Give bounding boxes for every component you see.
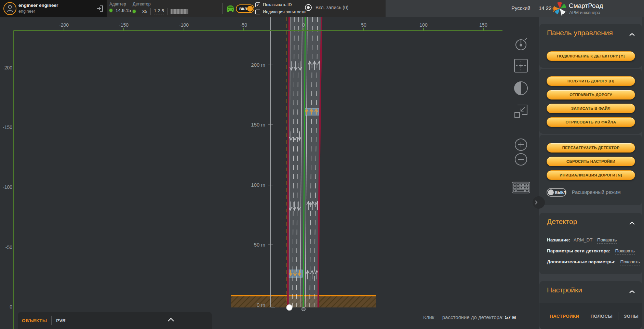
svg-text:-100: -100: [3, 184, 12, 190]
fit-view-icon: [515, 105, 527, 117]
panel-scrollbar[interactable]: [642, 17, 644, 329]
tab-lanes[interactable]: ПОЛОСЫ: [591, 314, 613, 319]
language-selector[interactable]: Русский: [511, 5, 531, 11]
svg-text:200 m: 200 m: [251, 62, 265, 68]
svg-text:-150: -150: [119, 22, 129, 28]
detector-extra-label: Дополнительные параметры:: [547, 259, 616, 264]
logout-icon: [96, 5, 104, 12]
advanced-mode-toggle[interactable]: ВЫКЛ: [547, 188, 566, 197]
zoom-in-button[interactable]: [511, 138, 531, 151]
objects-item-pvr[interactable]: PVR: [56, 318, 66, 323]
show-net-link[interactable]: Показать: [615, 248, 634, 254]
show-extra-link[interactable]: Показать: [620, 259, 640, 265]
logout-button[interactable]: [96, 5, 104, 14]
objects-tab[interactable]: ОБЪЕКТЫ: [22, 318, 47, 323]
show-name-link[interactable]: Показать: [597, 237, 617, 244]
detector-net-label: Параметры сети детектора:: [547, 248, 611, 253]
keyboard-tool-button[interactable]: [511, 181, 531, 194]
power-toggle-knob: [247, 6, 253, 12]
power-toggle-label: ВКЛ: [239, 7, 247, 11]
svg-text:-200: -200: [3, 65, 12, 70]
divider: [139, 8, 139, 15]
detector-version[interactable]: 1.2.5: [154, 8, 164, 14]
maintenance-card: ПЕРЕЗАГРУЗИТЬ ДЕТЕКТОР СБРОСИТЬ НАСТРОЙК…: [539, 135, 642, 205]
detector-number: 35: [142, 9, 147, 14]
car-icon: [226, 4, 235, 13]
user-role: engineer: [18, 9, 35, 14]
show-id-checkbox[interactable]: ✓: [255, 2, 260, 7]
show-id-label: Показывать ID: [263, 2, 292, 7]
divider: [150, 8, 151, 15]
send-road-button[interactable]: ОТПРАВИТЬ ДОРОГУ: [547, 90, 635, 100]
brand-subtitle: АРМ инженера: [569, 10, 600, 15]
grid-tool-button[interactable]: [511, 58, 531, 73]
svg-text:-100: -100: [179, 22, 189, 28]
record-icon[interactable]: [305, 4, 312, 11]
panel-collapse-button[interactable]: [533, 196, 545, 209]
fit-view-tool-button[interactable]: [511, 104, 531, 119]
detector-label: Детектор: [133, 2, 151, 6]
adapter-status-dot: [109, 9, 112, 12]
chevron-up-icon: [629, 33, 635, 36]
control-panel-collapse[interactable]: [629, 31, 635, 38]
divider: [167, 8, 167, 15]
avatar[interactable]: [3, 2, 16, 15]
occupancy-checkbox[interactable]: [255, 10, 260, 14]
occupancy-option[interactable]: Индикация занятости: [255, 10, 306, 14]
detector-card-title: Детектор: [547, 218, 577, 226]
reset-settings-button[interactable]: СБРОСИТЬ НАСТРОЙКИ: [547, 157, 635, 166]
control-panel-card: Панель управления ПОДКЛЮЧЕНИЕ К ДЕТЕКТОР…: [539, 24, 642, 68]
init-road-button[interactable]: ИНИЦИАЛИЗАЦИЯ ДОРОГИ [N]: [547, 170, 635, 180]
draw-from-file-button[interactable]: ОТРИСОВАТЬ ИЗ ФАЙЛА: [547, 117, 635, 127]
zoom-in-icon: [515, 139, 527, 150]
chevron-up-icon: [629, 290, 635, 293]
tab-zones[interactable]: ЗОНЫ: [624, 314, 639, 319]
svg-text:-200: -200: [59, 22, 69, 28]
detector-net-row: Параметры сети детектора: Показать: [547, 248, 635, 253]
user-name: engineer engineer: [18, 3, 58, 8]
power-toggle[interactable]: ВКЛ: [236, 4, 254, 13]
detector-card-collapse[interactable]: [629, 220, 635, 226]
svg-text:150 m: 150 m: [251, 122, 265, 128]
chevron-up-icon: [629, 222, 635, 225]
detector-status-dot: [133, 10, 136, 13]
zoom-out-icon: [515, 154, 527, 165]
objects-collapse-button[interactable]: [167, 317, 174, 323]
objects-bar[interactable]: ОБЪЕКТЫ PVR: [18, 312, 212, 329]
user-icon: [6, 4, 14, 13]
svg-text:0: 0: [10, 304, 12, 310]
stopwatch-icon: [516, 38, 527, 50]
zoom-out-button[interactable]: [511, 153, 531, 166]
record-control[interactable]: Вкл. запись (0): [305, 4, 348, 11]
tab-settings[interactable]: НАСТРОЙКИ: [550, 314, 579, 319]
svg-text:0 m: 0 m: [257, 302, 265, 308]
status-hint: Клик — расстояние до детектора:57 м: [423, 314, 516, 320]
center-handle[interactable]: [302, 307, 305, 311]
brand-name: СмартРоад: [569, 2, 603, 10]
road-ops-card: ПОЛУЧИТЬ ДОРОГУ [H] ОТПРАВИТЬ ДОРОГУ ЗАП…: [539, 69, 642, 134]
settings-collapse[interactable]: [629, 289, 635, 295]
divider: [618, 312, 618, 320]
svg-text:100: 100: [419, 22, 428, 28]
get-road-button[interactable]: ПОЛУЧИТЬ ДОРОГУ [H]: [547, 76, 635, 86]
contrast-tool-button[interactable]: [511, 81, 531, 95]
svg-text:100 m: 100 m: [251, 182, 265, 188]
control-panel-title: Панель управления: [547, 29, 613, 37]
reload-detector-button[interactable]: ПЕРЕЗАГРУЗИТЬ ДЕТЕКТОР: [547, 143, 635, 153]
svg-text:50: 50: [361, 22, 366, 28]
brand-logo: [552, 1, 567, 17]
svg-text:-50: -50: [5, 245, 12, 250]
settings-tabs: НАСТРОЙКИ ПОЛОСЫ ЗОНЫ: [539, 303, 642, 329]
chevron-up-icon: [167, 318, 174, 322]
write-file-button[interactable]: ЗАПИСАТЬ В ФАЙЛ: [547, 104, 635, 113]
road-origin-handle[interactable]: [286, 305, 292, 311]
connect-detector-button[interactable]: ПОДКЛЮЧЕНИЕ К ДЕТЕКТОРУ [Y]: [547, 51, 635, 61]
redacted-value[interactable]: [171, 9, 188, 14]
show-id-option[interactable]: ✓ Показывать ID: [255, 2, 292, 7]
vehicle-indicator: [226, 4, 235, 15]
detector-name-value: ARM_DT: [574, 237, 592, 242]
divider: [51, 316, 52, 325]
detector-card: Детектор Название: ARM_DT Показать Парам…: [539, 213, 642, 274]
timer-tool-button[interactable]: [511, 36, 531, 52]
ruler-left-labels: -200 -150 -100 -50 0: [3, 65, 12, 310]
